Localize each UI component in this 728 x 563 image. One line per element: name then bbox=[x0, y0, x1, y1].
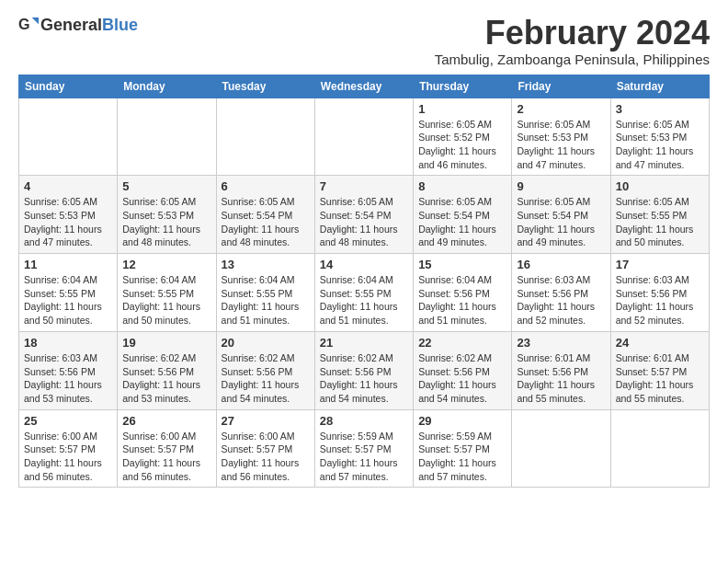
day-number: 21 bbox=[320, 336, 408, 350]
weekday-header-sunday: Sunday bbox=[19, 75, 118, 98]
weekday-header-row: SundayMondayTuesdayWednesdayThursdayFrid… bbox=[19, 75, 710, 98]
logo: G GeneralBlue bbox=[18, 15, 138, 35]
day-number: 3 bbox=[616, 102, 704, 116]
logo-general-text: General bbox=[40, 16, 102, 34]
day-number: 27 bbox=[222, 414, 310, 428]
calendar-cell bbox=[19, 98, 118, 176]
title-area: February 2024 Tambulig, Zamboanga Penins… bbox=[435, 15, 710, 67]
calendar-cell bbox=[216, 98, 314, 176]
calendar-cell: 15Sunrise: 6:04 AM Sunset: 5:56 PM Dayli… bbox=[414, 254, 512, 332]
day-number: 7 bbox=[320, 179, 408, 193]
day-info: Sunrise: 6:04 AM Sunset: 5:55 PM Dayligh… bbox=[24, 273, 112, 327]
calendar-table: SundayMondayTuesdayWednesdayThursdayFrid… bbox=[18, 75, 710, 488]
location-subtitle: Tambulig, Zamboanga Peninsula, Philippin… bbox=[435, 52, 710, 67]
day-info: Sunrise: 6:05 AM Sunset: 5:55 PM Dayligh… bbox=[616, 195, 704, 249]
day-info: Sunrise: 6:05 AM Sunset: 5:54 PM Dayligh… bbox=[222, 195, 310, 249]
calendar-cell: 13Sunrise: 6:04 AM Sunset: 5:55 PM Dayli… bbox=[216, 254, 314, 332]
day-info: Sunrise: 6:04 AM Sunset: 5:56 PM Dayligh… bbox=[418, 273, 506, 327]
calendar-cell: 7Sunrise: 6:05 AM Sunset: 5:54 PM Daylig… bbox=[314, 176, 413, 254]
day-info: Sunrise: 6:03 AM Sunset: 5:56 PM Dayligh… bbox=[616, 273, 704, 327]
calendar-cell: 11Sunrise: 6:04 AM Sunset: 5:55 PM Dayli… bbox=[19, 254, 118, 332]
day-number: 6 bbox=[222, 179, 310, 193]
calendar-cell: 23Sunrise: 6:01 AM Sunset: 5:56 PM Dayli… bbox=[512, 331, 610, 409]
calendar-cell bbox=[512, 409, 610, 488]
day-info: Sunrise: 6:05 AM Sunset: 5:53 PM Dayligh… bbox=[517, 118, 605, 172]
day-info: Sunrise: 6:01 AM Sunset: 5:57 PM Dayligh… bbox=[616, 351, 704, 406]
calendar-cell: 14Sunrise: 6:04 AM Sunset: 5:55 PM Dayli… bbox=[314, 254, 413, 332]
day-number: 22 bbox=[418, 336, 506, 350]
calendar-cell: 29Sunrise: 5:59 AM Sunset: 5:57 PM Dayli… bbox=[414, 409, 512, 488]
day-info: Sunrise: 5:59 AM Sunset: 5:57 PM Dayligh… bbox=[418, 430, 506, 484]
weekday-header-saturday: Saturday bbox=[610, 75, 709, 98]
calendar-cell: 9Sunrise: 6:05 AM Sunset: 5:54 PM Daylig… bbox=[512, 176, 610, 254]
day-info: Sunrise: 5:59 AM Sunset: 5:57 PM Dayligh… bbox=[320, 430, 408, 484]
day-info: Sunrise: 6:05 AM Sunset: 5:53 PM Dayligh… bbox=[616, 118, 704, 172]
day-info: Sunrise: 6:05 AM Sunset: 5:54 PM Dayligh… bbox=[517, 195, 605, 249]
day-number: 8 bbox=[418, 179, 506, 193]
calendar-cell: 10Sunrise: 6:05 AM Sunset: 5:55 PM Dayli… bbox=[610, 176, 709, 254]
calendar-cell: 6Sunrise: 6:05 AM Sunset: 5:54 PM Daylig… bbox=[216, 176, 314, 254]
day-info: Sunrise: 6:03 AM Sunset: 5:56 PM Dayligh… bbox=[517, 273, 605, 327]
calendar-cell: 25Sunrise: 6:00 AM Sunset: 5:57 PM Dayli… bbox=[19, 409, 118, 488]
calendar-cell: 19Sunrise: 6:02 AM Sunset: 5:56 PM Dayli… bbox=[118, 331, 216, 409]
calendar-cell: 3Sunrise: 6:05 AM Sunset: 5:53 PM Daylig… bbox=[610, 98, 709, 176]
calendar-cell bbox=[118, 98, 216, 176]
day-number: 9 bbox=[517, 179, 605, 193]
day-number: 23 bbox=[517, 336, 605, 350]
day-info: Sunrise: 6:05 AM Sunset: 5:52 PM Dayligh… bbox=[418, 118, 506, 172]
logo-icon: G bbox=[18, 15, 39, 35]
day-number: 29 bbox=[418, 414, 506, 428]
day-number: 1 bbox=[418, 102, 506, 116]
calendar-cell: 12Sunrise: 6:04 AM Sunset: 5:55 PM Dayli… bbox=[118, 254, 216, 332]
day-info: Sunrise: 6:02 AM Sunset: 5:56 PM Dayligh… bbox=[222, 351, 310, 406]
day-number: 2 bbox=[517, 102, 605, 116]
calendar-cell: 26Sunrise: 6:00 AM Sunset: 5:57 PM Dayli… bbox=[118, 409, 216, 488]
day-info: Sunrise: 6:01 AM Sunset: 5:56 PM Dayligh… bbox=[517, 351, 605, 406]
calendar-cell: 2Sunrise: 6:05 AM Sunset: 5:53 PM Daylig… bbox=[512, 98, 610, 176]
day-info: Sunrise: 6:05 AM Sunset: 5:54 PM Dayligh… bbox=[320, 195, 408, 249]
day-info: Sunrise: 6:05 AM Sunset: 5:54 PM Dayligh… bbox=[418, 195, 506, 249]
day-info: Sunrise: 6:02 AM Sunset: 5:56 PM Dayligh… bbox=[320, 351, 408, 406]
day-number: 20 bbox=[222, 336, 310, 350]
day-number: 5 bbox=[122, 179, 210, 193]
day-info: Sunrise: 6:00 AM Sunset: 5:57 PM Dayligh… bbox=[24, 430, 112, 484]
day-number: 15 bbox=[418, 258, 506, 271]
day-info: Sunrise: 6:05 AM Sunset: 5:53 PM Dayligh… bbox=[122, 195, 210, 249]
weekday-header-friday: Friday bbox=[512, 75, 610, 98]
day-info: Sunrise: 6:00 AM Sunset: 5:57 PM Dayligh… bbox=[222, 430, 310, 484]
day-number: 16 bbox=[517, 258, 605, 271]
calendar-week-row: 11Sunrise: 6:04 AM Sunset: 5:55 PM Dayli… bbox=[19, 254, 710, 332]
day-number: 18 bbox=[24, 336, 112, 350]
calendar-cell: 8Sunrise: 6:05 AM Sunset: 5:54 PM Daylig… bbox=[414, 176, 512, 254]
svg-marker-1 bbox=[32, 17, 39, 24]
calendar-week-row: 18Sunrise: 6:03 AM Sunset: 5:56 PM Dayli… bbox=[19, 331, 710, 409]
month-year-title: February 2024 bbox=[435, 15, 710, 52]
page-header: G GeneralBlue February 2024 Tambulig, Za… bbox=[18, 15, 710, 67]
weekday-header-wednesday: Wednesday bbox=[314, 75, 413, 98]
calendar-cell: 24Sunrise: 6:01 AM Sunset: 5:57 PM Dayli… bbox=[610, 331, 709, 409]
calendar-cell: 17Sunrise: 6:03 AM Sunset: 5:56 PM Dayli… bbox=[610, 254, 709, 332]
weekday-header-monday: Monday bbox=[118, 75, 216, 98]
day-info: Sunrise: 6:04 AM Sunset: 5:55 PM Dayligh… bbox=[122, 273, 210, 327]
day-number: 10 bbox=[616, 179, 704, 193]
calendar-week-row: 4Sunrise: 6:05 AM Sunset: 5:53 PM Daylig… bbox=[19, 176, 710, 254]
day-info: Sunrise: 6:03 AM Sunset: 5:56 PM Dayligh… bbox=[24, 351, 112, 406]
calendar-cell: 5Sunrise: 6:05 AM Sunset: 5:53 PM Daylig… bbox=[118, 176, 216, 254]
svg-text:G: G bbox=[18, 16, 30, 32]
day-number: 25 bbox=[24, 414, 112, 428]
calendar-cell: 27Sunrise: 6:00 AM Sunset: 5:57 PM Dayli… bbox=[216, 409, 314, 488]
logo-blue-text: Blue bbox=[102, 16, 138, 34]
calendar-cell: 22Sunrise: 6:02 AM Sunset: 5:56 PM Dayli… bbox=[414, 331, 512, 409]
day-info: Sunrise: 6:00 AM Sunset: 5:57 PM Dayligh… bbox=[122, 430, 210, 484]
calendar-cell: 20Sunrise: 6:02 AM Sunset: 5:56 PM Dayli… bbox=[216, 331, 314, 409]
calendar-cell: 28Sunrise: 5:59 AM Sunset: 5:57 PM Dayli… bbox=[314, 409, 413, 488]
day-number: 14 bbox=[320, 258, 408, 271]
day-info: Sunrise: 6:02 AM Sunset: 5:56 PM Dayligh… bbox=[418, 351, 506, 406]
day-number: 26 bbox=[122, 414, 210, 428]
calendar-week-row: 25Sunrise: 6:00 AM Sunset: 5:57 PM Dayli… bbox=[19, 409, 710, 488]
day-number: 11 bbox=[24, 258, 112, 271]
calendar-cell: 18Sunrise: 6:03 AM Sunset: 5:56 PM Dayli… bbox=[19, 331, 118, 409]
day-number: 12 bbox=[122, 258, 210, 271]
day-info: Sunrise: 6:05 AM Sunset: 5:53 PM Dayligh… bbox=[24, 195, 112, 249]
day-number: 4 bbox=[24, 179, 112, 193]
